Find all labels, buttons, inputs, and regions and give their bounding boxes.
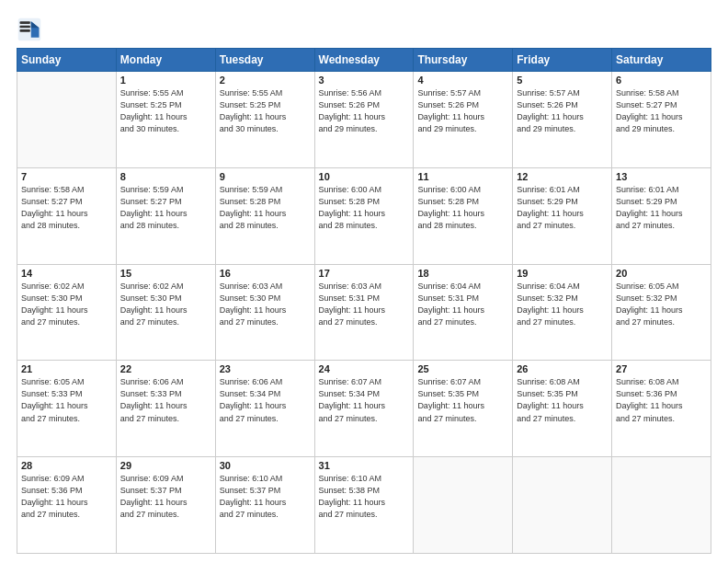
calendar-cell: 30Sunrise: 6:10 AM Sunset: 5:37 PM Dayli… xyxy=(215,457,314,554)
day-number: 8 xyxy=(120,171,211,182)
logo xyxy=(17,17,46,42)
cell-sun-info: Sunrise: 6:01 AM Sunset: 5:29 PM Dayligh… xyxy=(517,184,608,232)
calendar-cell: 13Sunrise: 6:01 AM Sunset: 5:29 PM Dayli… xyxy=(612,167,711,264)
cell-sun-info: Sunrise: 5:55 AM Sunset: 5:25 PM Dayligh… xyxy=(220,87,311,135)
calendar-cell: 21Sunrise: 6:05 AM Sunset: 5:33 PM Dayli… xyxy=(17,361,117,457)
day-number: 12 xyxy=(517,171,608,182)
calendar-cell: 9Sunrise: 5:59 AM Sunset: 5:28 PM Daylig… xyxy=(215,167,314,264)
day-number: 7 xyxy=(21,171,112,182)
day-number: 11 xyxy=(417,171,508,182)
day-number: 27 xyxy=(616,363,707,374)
day-number: 20 xyxy=(616,268,707,279)
weekday-header: Friday xyxy=(513,49,612,72)
cell-sun-info: Sunrise: 6:04 AM Sunset: 5:32 PM Dayligh… xyxy=(517,281,608,328)
cell-sun-info: Sunrise: 5:59 AM Sunset: 5:27 PM Dayligh… xyxy=(120,184,211,232)
day-number: 16 xyxy=(220,268,311,279)
calendar-week-row: 21Sunrise: 6:05 AM Sunset: 5:33 PM Dayli… xyxy=(17,361,711,457)
cell-sun-info: Sunrise: 6:05 AM Sunset: 5:32 PM Dayligh… xyxy=(616,281,707,328)
calendar-week-row: 1Sunrise: 5:55 AM Sunset: 5:25 PM Daylig… xyxy=(17,72,711,168)
cell-sun-info: Sunrise: 5:58 AM Sunset: 5:27 PM Dayligh… xyxy=(21,184,112,232)
day-number: 29 xyxy=(120,460,211,471)
cell-sun-info: Sunrise: 6:05 AM Sunset: 5:33 PM Dayligh… xyxy=(21,376,112,424)
weekday-header: Saturday xyxy=(612,49,711,72)
calendar-cell: 8Sunrise: 5:59 AM Sunset: 5:27 PM Daylig… xyxy=(116,167,215,264)
day-number: 19 xyxy=(517,268,608,279)
calendar-cell: 15Sunrise: 6:02 AM Sunset: 5:30 PM Dayli… xyxy=(116,264,215,361)
cell-sun-info: Sunrise: 5:57 AM Sunset: 5:26 PM Dayligh… xyxy=(417,87,508,135)
day-number: 26 xyxy=(517,363,608,374)
cell-sun-info: Sunrise: 6:07 AM Sunset: 5:34 PM Dayligh… xyxy=(319,376,410,424)
calendar-cell: 3Sunrise: 5:56 AM Sunset: 5:26 PM Daylig… xyxy=(314,72,414,168)
calendar-week-row: 7Sunrise: 5:58 AM Sunset: 5:27 PM Daylig… xyxy=(17,167,711,264)
calendar-cell: 12Sunrise: 6:01 AM Sunset: 5:29 PM Dayli… xyxy=(513,167,612,264)
day-number: 31 xyxy=(319,460,410,471)
day-number: 22 xyxy=(120,363,211,374)
calendar-cell: 2Sunrise: 5:55 AM Sunset: 5:25 PM Daylig… xyxy=(215,72,314,168)
calendar-cell: 10Sunrise: 6:00 AM Sunset: 5:28 PM Dayli… xyxy=(314,167,414,264)
cell-sun-info: Sunrise: 6:07 AM Sunset: 5:35 PM Dayligh… xyxy=(417,376,508,424)
cell-sun-info: Sunrise: 5:56 AM Sunset: 5:26 PM Dayligh… xyxy=(319,87,410,135)
day-number: 17 xyxy=(319,268,410,279)
weekday-header: Thursday xyxy=(414,49,513,72)
calendar-cell: 6Sunrise: 5:58 AM Sunset: 5:27 PM Daylig… xyxy=(612,72,711,168)
day-number: 28 xyxy=(21,460,112,471)
calendar-cell xyxy=(17,72,117,168)
cell-sun-info: Sunrise: 6:10 AM Sunset: 5:37 PM Dayligh… xyxy=(220,473,311,521)
calendar-cell: 18Sunrise: 6:04 AM Sunset: 5:31 PM Dayli… xyxy=(414,264,513,361)
cell-sun-info: Sunrise: 6:09 AM Sunset: 5:37 PM Dayligh… xyxy=(120,473,211,521)
svg-rect-5 xyxy=(20,29,30,32)
day-number: 5 xyxy=(517,75,608,86)
cell-sun-info: Sunrise: 6:06 AM Sunset: 5:33 PM Dayligh… xyxy=(120,376,211,424)
cell-sun-info: Sunrise: 5:55 AM Sunset: 5:25 PM Dayligh… xyxy=(120,87,211,135)
calendar-cell: 20Sunrise: 6:05 AM Sunset: 5:32 PM Dayli… xyxy=(612,264,711,361)
calendar-cell: 19Sunrise: 6:04 AM Sunset: 5:32 PM Dayli… xyxy=(513,264,612,361)
day-number: 21 xyxy=(21,363,112,374)
calendar-cell xyxy=(612,457,711,554)
day-number: 18 xyxy=(417,268,508,279)
day-number: 3 xyxy=(319,75,410,86)
calendar-cell: 28Sunrise: 6:09 AM Sunset: 5:36 PM Dayli… xyxy=(17,457,117,554)
weekday-header: Tuesday xyxy=(215,49,314,72)
day-number: 1 xyxy=(120,75,211,86)
cell-sun-info: Sunrise: 5:58 AM Sunset: 5:27 PM Dayligh… xyxy=(616,87,707,135)
cell-sun-info: Sunrise: 6:00 AM Sunset: 5:28 PM Dayligh… xyxy=(319,184,410,232)
day-number: 13 xyxy=(616,171,707,182)
svg-rect-4 xyxy=(20,26,30,29)
cell-sun-info: Sunrise: 6:01 AM Sunset: 5:29 PM Dayligh… xyxy=(616,184,707,232)
day-number: 23 xyxy=(220,363,311,374)
calendar-cell: 5Sunrise: 5:57 AM Sunset: 5:26 PM Daylig… xyxy=(513,72,612,168)
cell-sun-info: Sunrise: 6:08 AM Sunset: 5:35 PM Dayligh… xyxy=(517,376,608,424)
calendar-header-row: SundayMondayTuesdayWednesdayThursdayFrid… xyxy=(17,49,711,72)
header xyxy=(17,17,711,42)
day-number: 30 xyxy=(220,460,311,471)
calendar-cell: 1Sunrise: 5:55 AM Sunset: 5:25 PM Daylig… xyxy=(116,72,215,168)
cell-sun-info: Sunrise: 6:02 AM Sunset: 5:30 PM Dayligh… xyxy=(120,281,211,328)
day-number: 6 xyxy=(616,75,707,86)
cell-sun-info: Sunrise: 6:10 AM Sunset: 5:38 PM Dayligh… xyxy=(319,473,410,521)
weekday-header: Sunday xyxy=(17,49,117,72)
weekday-header: Monday xyxy=(116,49,215,72)
cell-sun-info: Sunrise: 5:59 AM Sunset: 5:28 PM Dayligh… xyxy=(220,184,311,232)
day-number: 14 xyxy=(21,268,112,279)
calendar-cell: 29Sunrise: 6:09 AM Sunset: 5:37 PM Dayli… xyxy=(116,457,215,554)
cell-sun-info: Sunrise: 6:04 AM Sunset: 5:31 PM Dayligh… xyxy=(417,281,508,328)
day-number: 25 xyxy=(417,363,508,374)
cell-sun-info: Sunrise: 5:57 AM Sunset: 5:26 PM Dayligh… xyxy=(517,87,608,135)
calendar-cell: 23Sunrise: 6:06 AM Sunset: 5:34 PM Dayli… xyxy=(215,361,314,457)
cell-sun-info: Sunrise: 6:00 AM Sunset: 5:28 PM Dayligh… xyxy=(417,184,508,232)
cell-sun-info: Sunrise: 6:06 AM Sunset: 5:34 PM Dayligh… xyxy=(220,376,311,424)
calendar-week-row: 28Sunrise: 6:09 AM Sunset: 5:36 PM Dayli… xyxy=(17,457,711,554)
cell-sun-info: Sunrise: 6:08 AM Sunset: 5:36 PM Dayligh… xyxy=(616,376,707,424)
calendar-cell: 11Sunrise: 6:00 AM Sunset: 5:28 PM Dayli… xyxy=(414,167,513,264)
cell-sun-info: Sunrise: 6:02 AM Sunset: 5:30 PM Dayligh… xyxy=(21,281,112,328)
day-number: 10 xyxy=(319,171,410,182)
day-number: 24 xyxy=(319,363,410,374)
logo-icon xyxy=(17,17,42,42)
calendar-cell: 26Sunrise: 6:08 AM Sunset: 5:35 PM Dayli… xyxy=(513,361,612,457)
calendar-cell: 16Sunrise: 6:03 AM Sunset: 5:30 PM Dayli… xyxy=(215,264,314,361)
cell-sun-info: Sunrise: 6:03 AM Sunset: 5:31 PM Dayligh… xyxy=(319,281,410,328)
cell-sun-info: Sunrise: 6:09 AM Sunset: 5:36 PM Dayligh… xyxy=(21,473,112,521)
calendar-table: SundayMondayTuesdayWednesdayThursdayFrid… xyxy=(17,48,711,554)
svg-rect-3 xyxy=(20,21,30,24)
calendar-cell: 22Sunrise: 6:06 AM Sunset: 5:33 PM Dayli… xyxy=(116,361,215,457)
